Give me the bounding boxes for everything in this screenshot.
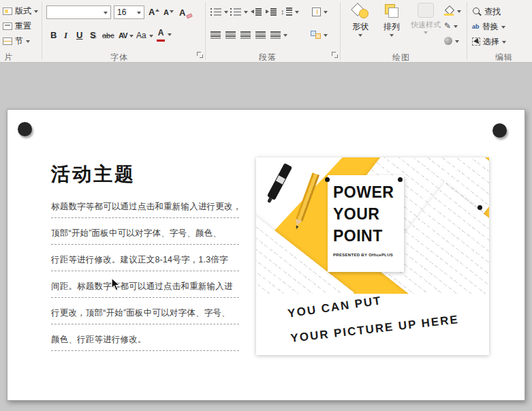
chevron-down-icon	[149, 35, 153, 37]
shapes-button[interactable]: 形状	[345, 3, 376, 48]
slide-title[interactable]: 活动主题	[51, 162, 136, 187]
change-case-button[interactable]: Aa	[136, 29, 153, 42]
chevron-down-icon	[295, 11, 299, 14]
text-shadow-button[interactable]: S	[90, 29, 96, 42]
align-right-icon	[240, 31, 251, 39]
find-button[interactable]: 查找	[472, 5, 501, 18]
font-size-value: 16	[117, 7, 126, 17]
convert-smartart-button[interactable]	[311, 28, 328, 42]
quick-styles-button: 快速样式	[407, 3, 444, 48]
chevron-down-icon	[358, 34, 362, 37]
arrange-button[interactable]: 排列	[376, 3, 407, 48]
shape-effects-button[interactable]	[444, 34, 459, 48]
font-dialog-launcher[interactable]	[197, 52, 204, 59]
font-size-combobox[interactable]: 16	[114, 5, 144, 19]
card-headline: YOUR	[333, 203, 398, 225]
photo-image: POWER YOUR POINT PRESENTED BY OfficePLUS	[256, 157, 489, 294]
select-label: 选择	[483, 36, 499, 48]
clear-format-letter: A	[179, 7, 185, 19]
picture-placeholder[interactable]: POWER YOUR POINT PRESENTED BY OfficePLUS…	[256, 157, 489, 355]
eraser-icon	[187, 14, 193, 19]
strikethrough-button[interactable]: abc	[102, 29, 114, 42]
align-center-button[interactable]	[225, 28, 236, 42]
increase-indent-icon	[266, 7, 277, 16]
decrease-font-size-button[interactable]: A	[163, 5, 174, 19]
chevron-down-icon	[457, 10, 461, 13]
section-button[interactable]: 节	[3, 34, 30, 48]
slide-canvas[interactable]: 活动主题 标题数字等都可以通过点击和重新输入进行更改， 顶部“开始”面板中可以对…	[0, 63, 532, 411]
justify-button[interactable]	[255, 28, 266, 42]
effects-icon	[444, 37, 452, 45]
shape-outline-button[interactable]: ✎	[444, 19, 458, 33]
reset-button[interactable]: 重置	[3, 19, 31, 33]
italic-button[interactable]: I	[64, 29, 67, 42]
char-spacing-letters: AV	[119, 29, 127, 42]
group-separator	[340, 2, 341, 60]
section-label: 节	[15, 35, 23, 47]
powerpoint-app: 版式 重置 节 片 16 A A	[0, 0, 532, 411]
change-case-letters: Aa	[136, 29, 146, 42]
paragraph-group-label: 段落	[259, 52, 277, 63]
chevron-down-icon	[424, 31, 428, 34]
decrease-indent-button[interactable]	[251, 5, 262, 18]
shadow-letter: S	[90, 29, 96, 42]
bullets-button[interactable]	[210, 5, 228, 18]
increase-indent-button[interactable]	[266, 5, 277, 18]
chevron-down-icon	[455, 40, 459, 43]
group-separator	[205, 2, 206, 60]
character-spacing-button[interactable]: AV	[119, 29, 134, 42]
reset-icon	[3, 22, 12, 30]
chevron-down-icon	[501, 26, 505, 29]
chevron-down-icon	[390, 34, 394, 37]
paragraph-dialog-launcher[interactable]	[332, 52, 339, 59]
arrange-label: 排列	[384, 21, 400, 33]
underline-letter: U	[76, 29, 82, 42]
chevron-down-icon	[324, 34, 328, 37]
line-spacing-button[interactable]: ↕	[281, 5, 299, 18]
underline-button[interactable]: U	[76, 29, 82, 42]
group-separator	[42, 2, 42, 60]
align-right-button[interactable]	[240, 28, 251, 42]
body-line: 顶部“开始”面板中可以对字体、字号、颜色、	[51, 218, 239, 245]
grow-font-letter: A	[148, 6, 155, 18]
layout-label: 版式	[15, 5, 31, 17]
replace-button[interactable]: ab 替换	[472, 20, 505, 33]
paint-bucket-icon	[444, 7, 454, 16]
pin-dot-right	[492, 123, 507, 138]
smartart-icon	[311, 31, 321, 39]
layout-button[interactable]: 版式	[3, 4, 38, 18]
body-line: 行距等进行修改。建议正文8-14号字，1.3倍字	[51, 245, 239, 271]
chevron-down-icon	[168, 33, 172, 36]
bold-button[interactable]: B	[50, 29, 57, 42]
chevron-down-icon	[454, 25, 458, 28]
select-button[interactable]: 选择	[472, 35, 506, 48]
drawing-group-label: 绘图	[392, 52, 410, 63]
slide[interactable]: 活动主题 标题数字等都可以通过点击和重新输入进行更改， 顶部“开始”面板中可以对…	[7, 109, 525, 401]
chevron-down-icon	[129, 35, 134, 37]
caption-line: YOUR PICTURE UP HERE	[290, 313, 460, 346]
pin-dot	[398, 177, 403, 182]
numbering-button[interactable]	[230, 5, 248, 18]
italic-letter: I	[64, 29, 67, 42]
chevron-up-icon	[155, 9, 159, 12]
slide-body-textbox[interactable]: 标题数字等都可以通过点击和重新输入进行更改， 顶部“开始”面板中可以对字体、字号…	[51, 192, 239, 351]
card-headline: POWER	[333, 181, 398, 203]
mouse-cursor	[111, 277, 121, 292]
section-icon	[3, 37, 12, 45]
pin-dot	[325, 177, 330, 182]
card-headline: POINT	[333, 225, 398, 247]
shape-fill-button[interactable]	[444, 4, 461, 18]
body-line: 行更改，顶部“开始”面板中可以对字体、字号、	[51, 298, 239, 324]
font-color-button[interactable]: A	[157, 27, 172, 41]
decrease-indent-icon	[251, 7, 262, 16]
quick-styles-icon	[418, 3, 434, 18]
distribute-button[interactable]	[270, 28, 287, 42]
font-name-combobox[interactable]	[46, 5, 111, 19]
bold-letter: B	[50, 29, 57, 42]
shapes-label: 形状	[352, 21, 369, 33]
align-left-button[interactable]	[210, 28, 221, 42]
body-line: 间距。标题数字等都可以通过点击和重新输入进	[51, 271, 239, 298]
increase-font-size-button[interactable]: A	[148, 5, 159, 19]
text-direction-button[interactable]	[312, 5, 328, 18]
line-spacing-icon: ↕	[281, 7, 292, 16]
